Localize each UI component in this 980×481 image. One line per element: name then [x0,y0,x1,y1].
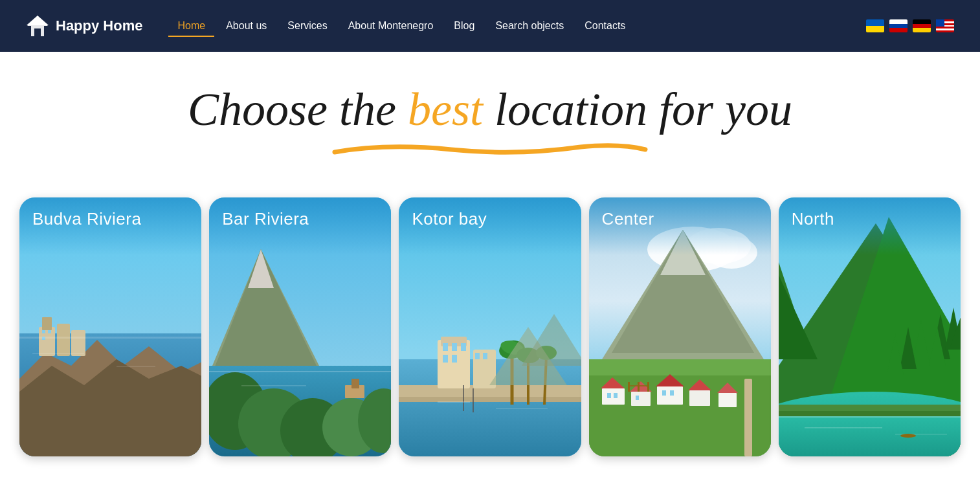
usa-flag[interactable] [936,19,954,32]
svg-marker-6 [19,359,201,456]
logo-icon [26,14,49,38]
hero-title-suffix: location for you [483,84,792,135]
hero-title: Choose the best location for you [26,84,954,135]
card-kotor-label: Kotor bay [399,197,581,255]
svg-rect-15 [32,353,84,354]
svg-rect-43 [475,353,480,359]
card-center[interactable]: Center [589,197,771,456]
nav-blog[interactable]: Blog [445,15,484,37]
svg-rect-40 [443,355,448,363]
svg-rect-80 [662,390,666,396]
svg-rect-10 [42,317,52,330]
germany-flag[interactable] [913,19,931,32]
svg-rect-82 [744,379,752,456]
nav-links: Home About us Services About Montenegro … [168,15,860,37]
svg-rect-34 [399,397,581,402]
svg-marker-2 [27,16,49,25]
hero-title-prefix: Choose the [188,84,408,135]
svg-rect-99 [779,416,961,418]
logo-text: Happy Home [56,17,142,34]
nav-about-us[interactable]: About us [217,15,276,37]
svg-rect-78 [614,393,618,398]
nav-home[interactable]: Home [168,15,214,37]
nav-flags [866,19,954,32]
svg-rect-16 [117,366,155,367]
svg-rect-37 [443,343,448,351]
svg-rect-67 [602,388,625,405]
svg-rect-11 [42,330,45,333]
nav-search-objects[interactable]: Search objects [486,15,573,37]
svg-rect-30 [241,385,306,386]
svg-rect-41 [452,355,457,363]
svg-point-103 [900,434,916,438]
hero-title-highlight: best [408,84,483,135]
svg-rect-85 [647,382,649,392]
svg-rect-83 [628,382,630,392]
svg-rect-75 [718,393,737,407]
svg-rect-1 [34,28,41,36]
svg-rect-14 [19,337,201,339]
card-north-label: North [779,197,961,255]
svg-rect-38 [452,343,457,351]
card-bar-riviera[interactable]: Bar Riviera [209,197,391,456]
svg-rect-77 [607,393,611,398]
nav-services[interactable]: Services [278,15,336,37]
svg-rect-39 [461,343,466,351]
svg-rect-29 [209,371,391,372]
svg-rect-44 [483,353,487,359]
card-bar-label: Bar Riviera [209,197,391,255]
nav-about-montenegro[interactable]: About Montenegro [339,15,443,37]
svg-rect-107 [779,411,961,416]
ukraine-flag[interactable] [866,19,884,32]
svg-rect-54 [438,401,470,403]
svg-rect-73 [689,390,710,406]
card-budva-riviera[interactable]: Budva Riviera [19,197,201,456]
russia-flag[interactable] [889,19,908,32]
card-center-label: Center [589,197,771,255]
svg-rect-28 [351,379,359,388]
card-north[interactable]: North [779,197,961,456]
svg-rect-84 [638,382,640,392]
svg-rect-8 [57,324,70,356]
svg-rect-81 [670,390,674,396]
svg-rect-100 [805,427,882,429]
card-budva-label: Budva Riviera [19,197,201,255]
hero-section: Choose the best location for you [0,52,980,178]
card-kotor-bay[interactable]: Kotor bay [399,197,581,456]
svg-rect-79 [636,396,639,400]
nav-contacts[interactable]: Contacts [575,15,634,37]
location-cards: Budva Riviera [0,178,980,469]
navbar: Happy Home Home About us Services About … [0,0,980,52]
hero-underline [322,140,658,159]
svg-rect-9 [71,330,85,356]
logo[interactable]: Happy Home [26,14,142,38]
svg-rect-69 [631,392,651,406]
svg-rect-12 [48,330,51,333]
svg-rect-55 [496,408,548,409]
svg-rect-7 [39,327,55,356]
